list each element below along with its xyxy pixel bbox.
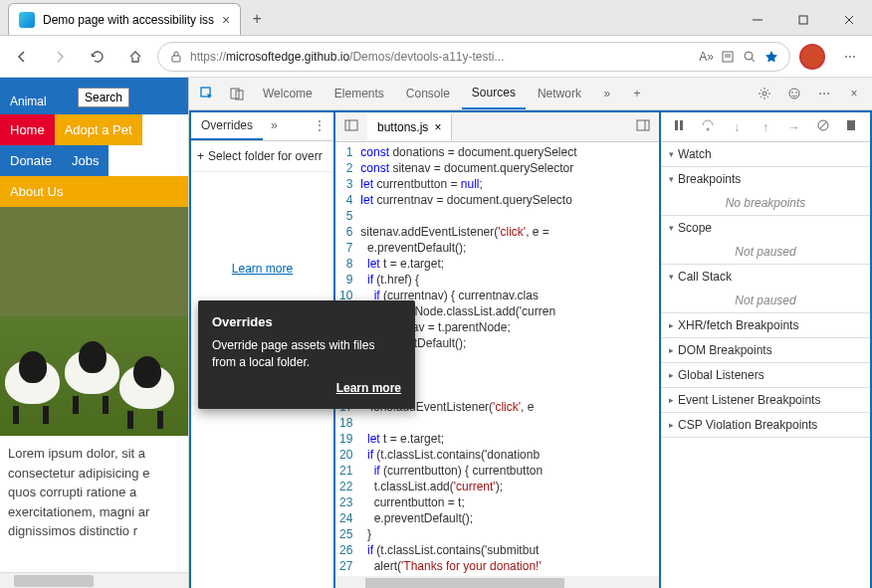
scope-not-paused: Not paused [661,240,870,264]
breakpoints-section[interactable]: Breakpoints [661,167,870,191]
page-nav: Home Adopt a Pet Donate Jobs About Us [0,114,188,207]
overrides-tooltip: Overrides Override page assets with file… [198,300,415,409]
maximize-icon[interactable] [780,5,826,35]
tab-sources[interactable]: Sources [462,78,526,109]
page-scrollbar[interactable] [0,572,188,588]
tab-welcome[interactable]: Welcome [253,79,323,108]
menu-button[interactable]: ⋯ [834,41,866,73]
inspect-icon[interactable] [193,86,221,101]
editor-scrollbar[interactable] [335,576,659,588]
url-text: https://microsoftedge.github.io/Demos/de… [190,50,693,64]
reader-icon[interactable] [720,49,736,65]
tooltip-title: Overrides [212,314,401,329]
nav-home[interactable]: Home [0,114,55,145]
add-tab-icon[interactable]: + [623,87,651,100]
learn-more-link[interactable]: Learn more [191,252,333,286]
nav-about[interactable]: About Us [0,176,188,207]
devtools-menu-icon[interactable]: ⋯ [810,87,838,100]
back-button[interactable] [6,41,38,73]
svg-point-23 [707,128,710,131]
svg-rect-4 [172,56,180,62]
callstack-not-paused: Not paused [661,289,870,312]
devtools-close-icon[interactable]: × [840,87,868,100]
xhr-section[interactable]: XHR/fetch Breakpoints [661,313,870,337]
toggle-nav-icon[interactable] [335,117,367,136]
file-tab[interactable]: buttons.js × [367,114,452,140]
nav-menu-icon[interactable]: ⋮ [306,112,333,140]
settings-icon[interactable] [751,86,778,101]
global-section[interactable]: Global Listeners [661,363,870,387]
refresh-button[interactable] [82,41,113,73]
svg-rect-21 [675,120,678,130]
svg-rect-19 [637,120,649,130]
callstack-section[interactable]: Call Stack [661,265,870,289]
svg-point-13 [763,92,766,96]
search-label[interactable]: Search [78,88,129,107]
select-folder-label: Select folder for overr [208,149,323,163]
close-icon[interactable] [826,5,872,35]
close-file-icon[interactable]: × [434,120,441,134]
svg-line-25 [819,121,827,129]
favorite-icon[interactable] [763,49,779,65]
pause-icon[interactable] [670,117,688,136]
overrides-tab[interactable]: Overrides [191,112,263,140]
no-breakpoints-label: No breakpoints [661,191,870,215]
svg-rect-17 [345,120,357,130]
page-content: Animal Search Home Adopt a Pet Donate Jo… [0,78,189,588]
svg-rect-26 [847,120,855,130]
tab-console[interactable]: Console [396,79,460,108]
scope-section[interactable]: Scope [661,216,870,240]
home-button[interactable] [119,41,151,73]
step-out-icon[interactable]: ↑ [757,120,774,134]
file-name: buttons.js [377,120,428,134]
svg-point-14 [789,89,799,98]
forward-button[interactable] [44,41,76,73]
hero-image [0,207,188,436]
nav-more-icon[interactable]: » [263,112,286,140]
event-section[interactable]: Event Listener Breakpoints [661,388,870,412]
pause-exceptions-icon[interactable] [842,117,860,136]
dom-section[interactable]: DOM Breakpoints [661,338,870,362]
address-bar[interactable]: https://microsoftedge.github.io/Demos/de… [157,42,790,72]
more-tabs-icon[interactable]: » [593,87,621,100]
tooltip-body: Override page assets with files from a l… [212,337,401,371]
plus-icon: + [197,149,204,163]
reading-mode-icon[interactable]: A» [699,50,714,64]
toggle-debugger-icon[interactable] [627,117,659,136]
tooltip-learn-link[interactable]: Learn more [212,381,401,395]
nav-donate[interactable]: Donate [0,145,62,176]
device-icon[interactable] [223,86,251,101]
nav-jobs[interactable]: Jobs [62,145,109,176]
new-tab-button[interactable]: + [241,3,273,35]
feedback-icon[interactable] [780,86,808,101]
csp-section[interactable]: CSP Violation Breakpoints [661,413,870,437]
step-icon[interactable]: → [785,120,803,134]
svg-rect-22 [680,120,683,130]
svg-point-15 [791,92,793,94]
lock-icon [168,49,184,65]
window-titlebar: Demo page with accessibility iss × + [0,0,872,36]
browser-tab[interactable]: Demo page with accessibility iss × [8,3,241,35]
select-folder-button[interactable]: + Select folder for overr [191,141,333,172]
close-tab-icon[interactable]: × [222,12,230,28]
debugger-toolbar: ↓ ↑ → [661,112,870,142]
debugger-pane: ↓ ↑ → Watch BreakpointsNo breakpoints Sc… [661,112,870,588]
step-over-icon[interactable] [699,117,717,136]
nav-adopt[interactable]: Adopt a Pet [55,114,142,145]
zoom-icon[interactable] [742,49,758,65]
profile-button[interactable] [796,41,828,73]
page-brand: Animal [10,95,47,108]
minimize-icon[interactable] [735,5,780,35]
devtools-tabs: Welcome Elements Console Sources Network… [189,78,872,110]
step-into-icon[interactable]: ↓ [728,120,746,134]
watch-section[interactable]: Watch [661,142,870,166]
tab-elements[interactable]: Elements [325,79,394,108]
svg-point-8 [745,52,753,60]
body-text: Lorem ipsum dolor, sit a consectetur adi… [0,436,188,549]
tab-network[interactable]: Network [528,79,591,108]
svg-rect-1 [799,16,807,24]
svg-line-9 [752,59,755,62]
deactivate-icon[interactable] [814,117,832,136]
favicon-icon [19,12,35,28]
svg-point-16 [795,92,797,94]
